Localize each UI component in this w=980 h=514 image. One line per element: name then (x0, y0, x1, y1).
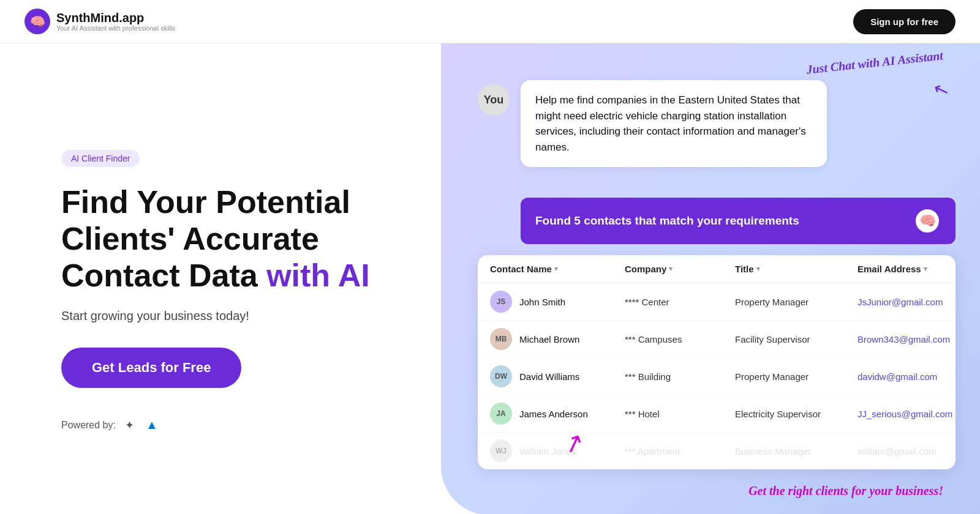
col-company: Company ▾ (625, 264, 735, 274)
found-contacts-bar: Found 5 contacts that match your require… (521, 198, 956, 244)
avatar-image: DW (490, 365, 512, 387)
logo-text: SynthMind.app Your AI Assistant with pro… (56, 11, 175, 32)
hero-subtitle: Start growing your business today! (61, 309, 404, 323)
email-cell: JJ_serious@gmail.com (858, 409, 956, 419)
email-cell: william@gmail.com (858, 446, 956, 456)
found-contacts-text: Found 5 contacts that match your require… (535, 214, 905, 228)
logo-area: 🧠 SynthMind.app Your AI Assistant with p… (24, 9, 175, 34)
sort-icon-email: ▾ (924, 265, 927, 273)
demo-section: Just Chat with AI Assistant ↙ You Help m… (441, 43, 980, 514)
contact-name: James Anderson (519, 409, 588, 419)
hero-title-highlight: with AI (266, 258, 370, 293)
sort-icon-name: ▾ (554, 265, 558, 273)
hero-title-line3: Contact Data with AI (61, 258, 370, 293)
company-cell: *** Building (625, 371, 735, 382)
title-cell: Electricity Supervisor (735, 409, 858, 419)
hero-title: Find Your Potential Clients' Accurate Co… (61, 184, 404, 294)
company-cell: *** Hotel (625, 409, 735, 419)
company-cell: **** Center (625, 297, 735, 307)
logo-subtitle: Your AI Assistant with professional skil… (56, 24, 175, 32)
contact-cell: JA James Anderson (490, 403, 625, 425)
table-header: Contact Name ▾ Company ▾ Title ▾ Email A… (478, 255, 956, 283)
avatar-image: MB (490, 328, 512, 350)
table-row: WJ William Jones *** Apartment Business … (478, 433, 956, 469)
chat-bubble: Help me find companies in the Eastern Un… (521, 80, 827, 167)
hero-title-line1: Find Your Potential (61, 184, 350, 220)
cta-button[interactable]: Get Leads for Free (61, 348, 241, 388)
title-cell: Property Manager (735, 297, 858, 307)
avatar: JA (490, 403, 512, 425)
avatar: WJ (490, 440, 512, 462)
chat-container: Just Chat with AI Assistant ↙ You Help m… (478, 80, 956, 469)
openai-icon: ✦ (122, 417, 138, 433)
title-cell: Business Manager (735, 446, 858, 456)
contact-cell: JS John Smith (490, 291, 625, 313)
contact-cell: WJ William Jones (490, 440, 625, 462)
email-cell: JsJunior@gmail.com (858, 297, 956, 307)
logo-icon: 🧠 (24, 9, 50, 34)
company-cell: *** Apartment (625, 446, 735, 456)
email-cell: Brown343@gmail.com (858, 334, 956, 345)
table-row: JA James Anderson *** Hotel Electricity … (478, 395, 956, 433)
avatar-image: JS (490, 291, 512, 313)
main-layout: AI Client Finder Find Your Potential Cli… (0, 43, 980, 514)
avatar: JS (490, 291, 512, 313)
avatar: DW (490, 365, 512, 387)
contact-name: John Smith (519, 297, 565, 307)
badge-label: AI Client Finder (61, 150, 140, 167)
hero-section: AI Client Finder Find Your Potential Cli… (0, 43, 441, 514)
table-row: MB Michael Brown *** Campuses Facility S… (478, 321, 956, 358)
email-cell: davidw@gmail.com (858, 371, 956, 382)
sort-icon-title: ▾ (756, 265, 760, 273)
avatar: MB (490, 328, 512, 350)
table-row: JS John Smith **** Center Property Manag… (478, 283, 956, 321)
azure-icon: ▲ (144, 417, 160, 433)
contact-cell: MB Michael Brown (490, 328, 625, 350)
col-email: Email Address ▾ (858, 264, 956, 274)
you-badge: You (478, 84, 510, 116)
header: 🧠 SynthMind.app Your AI Assistant with p… (0, 0, 980, 43)
sort-icon-company: ▾ (669, 265, 673, 273)
bottom-annotation: Get the right clients for your business! (748, 484, 943, 498)
hero-title-line2: Clients' Accurate (61, 221, 319, 256)
powered-by: Powered by: ✦ ▲ (61, 417, 404, 433)
logo-title: SynthMind.app (56, 11, 175, 24)
title-cell: Facility Supervisor (735, 334, 858, 345)
col-title: Title ▾ (735, 264, 858, 274)
avatar-image: JA (490, 403, 512, 425)
avatar-image: WJ (490, 440, 512, 462)
table-body: JS John Smith **** Center Property Manag… (478, 283, 956, 469)
company-cell: *** Campuses (625, 334, 735, 345)
title-cell: Property Manager (735, 371, 858, 382)
just-chat-label: Just Chat with AI Assistant (805, 48, 943, 76)
col-contact-name: Contact Name ▾ (490, 264, 625, 274)
powered-by-label: Powered by: (61, 420, 116, 431)
contact-name: Michael Brown (519, 334, 579, 345)
contact-cell: DW David Williams (490, 365, 625, 387)
ai-brain-icon: 🧠 (914, 207, 941, 234)
hero-title-normal: Contact Data (61, 258, 266, 293)
contacts-table: Contact Name ▾ Company ▾ Title ▾ Email A… (478, 255, 956, 469)
chat-row: You Help me find companies in the Easter… (478, 80, 956, 167)
signup-button[interactable]: Sign up for free (853, 9, 956, 34)
table-row: DW David Williams *** Building Property … (478, 358, 956, 395)
contact-name: David Williams (519, 371, 579, 382)
